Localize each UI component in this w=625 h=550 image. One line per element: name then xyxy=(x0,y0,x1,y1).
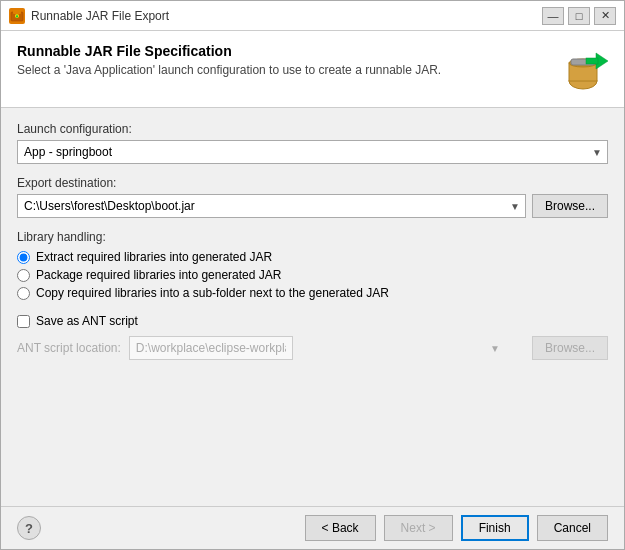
main-window: Runnable JAR File Export — □ ✕ Runnable … xyxy=(0,0,625,550)
ant-input-wrapper: ▼ xyxy=(129,336,524,360)
jar-icon-container xyxy=(558,43,608,93)
radio-copy-label: Copy required libraries into a sub-folde… xyxy=(36,286,389,300)
header-section: Runnable JAR File Specification Select a… xyxy=(1,31,624,108)
window-title: Runnable JAR File Export xyxy=(31,9,542,23)
library-handling-group: Library handling: Extract required libra… xyxy=(17,230,608,300)
finish-button[interactable]: Finish xyxy=(461,515,529,541)
svg-rect-8 xyxy=(586,58,598,64)
ant-location-input[interactable] xyxy=(129,336,293,360)
radio-item-package: Package required libraries into generate… xyxy=(17,268,608,282)
next-button[interactable]: Next > xyxy=(384,515,453,541)
launch-config-select[interactable]: App - springboot xyxy=(17,140,608,164)
content-area: Launch configuration: App - springboot ▼… xyxy=(1,108,624,506)
launch-config-label: Launch configuration: xyxy=(17,122,608,136)
export-dest-select-wrapper: C:\Users\forest\Desktop\boot.jar ▼ xyxy=(17,194,526,218)
export-dest-row: C:\Users\forest\Desktop\boot.jar ▼ Brows… xyxy=(17,194,608,218)
jar-icon xyxy=(558,43,608,93)
radio-extract-label: Extract required libraries into generate… xyxy=(36,250,272,264)
export-browse-button[interactable]: Browse... xyxy=(532,194,608,218)
help-button[interactable]: ? xyxy=(17,516,41,540)
export-dest-select[interactable]: C:\Users\forest\Desktop\boot.jar xyxy=(17,194,526,218)
ant-location-label: ANT script location: xyxy=(17,341,121,355)
footer: ? < Back Next > Finish Cancel xyxy=(1,506,624,549)
save-ant-row: Save as ANT script xyxy=(17,314,608,328)
window-controls: — □ ✕ xyxy=(542,7,616,25)
svg-rect-1 xyxy=(13,10,21,14)
launch-config-group: Launch configuration: App - springboot ▼ xyxy=(17,122,608,164)
header-title: Runnable JAR File Specification xyxy=(17,43,558,59)
restore-button[interactable]: □ xyxy=(568,7,590,25)
footer-right: < Back Next > Finish Cancel xyxy=(305,515,608,541)
ant-input-arrow-icon: ▼ xyxy=(490,343,500,354)
minimize-button[interactable]: — xyxy=(542,7,564,25)
header-subtitle: Select a 'Java Application' launch confi… xyxy=(17,63,558,77)
radio-item-extract: Extract required libraries into generate… xyxy=(17,250,608,264)
ant-script-group: Save as ANT script ANT script location: … xyxy=(17,314,608,360)
export-dest-label: Export destination: xyxy=(17,176,608,190)
ant-location-row: ANT script location: ▼ Browse... xyxy=(17,336,608,360)
save-ant-checkbox[interactable] xyxy=(17,315,30,328)
export-dest-group: Export destination: C:\Users\forest\Desk… xyxy=(17,176,608,218)
radio-package-label: Package required libraries into generate… xyxy=(36,268,281,282)
radio-copy[interactable] xyxy=(17,287,30,300)
ant-browse-button[interactable]: Browse... xyxy=(532,336,608,360)
back-button[interactable]: < Back xyxy=(305,515,376,541)
cancel-button[interactable]: Cancel xyxy=(537,515,608,541)
launch-config-select-wrapper: App - springboot ▼ xyxy=(17,140,608,164)
library-radio-group: Extract required libraries into generate… xyxy=(17,250,608,300)
radio-item-copy: Copy required libraries into a sub-folde… xyxy=(17,286,608,300)
close-button[interactable]: ✕ xyxy=(594,7,616,25)
titlebar: Runnable JAR File Export — □ ✕ xyxy=(1,1,624,31)
library-handling-label: Library handling: xyxy=(17,230,608,244)
save-ant-label: Save as ANT script xyxy=(36,314,138,328)
footer-left: ? xyxy=(17,516,41,540)
header-text: Runnable JAR File Specification Select a… xyxy=(17,43,558,77)
window-icon xyxy=(9,8,25,24)
radio-extract[interactable] xyxy=(17,251,30,264)
radio-package[interactable] xyxy=(17,269,30,282)
